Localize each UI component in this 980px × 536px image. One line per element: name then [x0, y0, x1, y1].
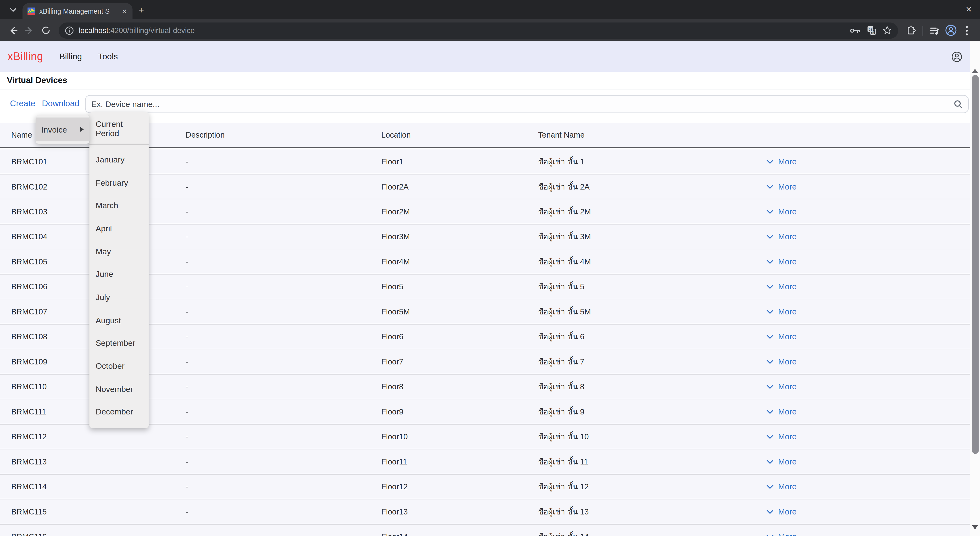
more-button[interactable]: More	[766, 175, 797, 199]
more-button[interactable]: More	[766, 499, 797, 524]
url-text: localhost:4200/billing/virtual-device	[79, 26, 844, 35]
nav-billing[interactable]: Billing	[59, 52, 82, 61]
device-location: Floor2A	[381, 175, 409, 199]
device-location: Floor4M	[381, 249, 410, 274]
device-location: Floor5M	[381, 299, 410, 324]
device-tenant: ชื่อผู้เช่า ชั้น 9	[538, 399, 584, 424]
more-button[interactable]: More	[766, 525, 797, 536]
profile-avatar-icon[interactable]	[942, 22, 959, 38]
more-label: More	[778, 157, 797, 166]
device-tenant: ชื่อผู้เช่า ชั้น 5M	[538, 299, 591, 324]
menu-item-february[interactable]: February	[89, 171, 149, 194]
account-circle-icon[interactable]	[951, 51, 963, 62]
browser-toolbar: localhost:4200/billing/virtual-device G文	[0, 19, 980, 41]
site-info-icon[interactable]	[65, 26, 74, 35]
kebab-menu-icon[interactable]	[959, 22, 975, 38]
device-name: BRMC106	[11, 274, 48, 299]
toolbar-divider	[923, 25, 923, 35]
more-button[interactable]: More	[766, 425, 797, 449]
device-location: Floor3M	[381, 224, 410, 249]
table-row: BRMC114 - Floor12 ชื่อผู้เช่า ชั้น 12 Mo…	[0, 474, 970, 499]
scroll-up-arrow-icon[interactable]	[972, 69, 978, 73]
device-description: -	[186, 474, 188, 499]
more-label: More	[778, 257, 797, 266]
device-name: BRMC101	[11, 150, 48, 174]
invoice-label: Invoice	[41, 125, 67, 134]
browser-tab-active[interactable]: xBilling Management S ✕	[22, 3, 132, 19]
reload-icon[interactable]	[38, 22, 54, 38]
device-name: BRMC112	[11, 425, 47, 449]
translate-icon[interactable]: G文	[867, 25, 876, 35]
chevron-down-icon	[766, 309, 774, 314]
more-button[interactable]: More	[766, 299, 797, 324]
scrollbar[interactable]	[970, 41, 980, 536]
app-brand[interactable]: xBilling	[7, 50, 43, 63]
menu-item-current-period[interactable]: Current Period	[89, 116, 149, 141]
menu-item-invoice[interactable]: Invoice	[36, 118, 89, 141]
title-bar: Virtual Devices	[0, 72, 970, 89]
device-description: -	[186, 274, 188, 299]
more-button[interactable]: More	[766, 199, 797, 224]
chevron-down-icon	[766, 159, 774, 164]
download-button[interactable]: Download	[42, 99, 80, 108]
more-label: More	[778, 282, 797, 291]
menu-item-september[interactable]: September	[89, 332, 149, 355]
more-button[interactable]: More	[766, 224, 797, 249]
new-tab-button[interactable]: +	[136, 5, 146, 15]
extensions-puzzle-icon[interactable]	[903, 22, 920, 38]
device-description: -	[186, 150, 188, 174]
more-label: More	[778, 507, 797, 516]
device-description: -	[186, 249, 188, 274]
device-name: BRMC105	[11, 249, 48, 274]
menu-item-january[interactable]: January	[89, 148, 149, 171]
more-button[interactable]: More	[766, 249, 797, 274]
forward-icon[interactable]	[21, 22, 38, 38]
browser-tabstrip: xBilling Management S ✕ + ✕	[0, 0, 980, 19]
table-row: BRMC113 - Floor11 ชื่อผู้เช่า ชั้น 11 Mo…	[0, 449, 970, 474]
more-button[interactable]: More	[766, 449, 797, 474]
more-button[interactable]: More	[766, 349, 797, 374]
more-label: More	[778, 332, 797, 341]
device-description: -	[186, 499, 188, 524]
tab-search-chevron-icon[interactable]	[9, 6, 18, 14]
create-button[interactable]: Create	[10, 99, 35, 108]
password-key-icon[interactable]	[850, 27, 861, 34]
menu-separator	[89, 144, 149, 145]
window-close-icon[interactable]: ✕	[964, 4, 974, 14]
menu-item-april[interactable]: April	[89, 217, 149, 240]
search-icon[interactable]	[953, 99, 963, 109]
menu-item-november[interactable]: November	[89, 377, 149, 400]
menu-item-august[interactable]: August	[89, 309, 149, 332]
scrollbar-thumb[interactable]	[972, 75, 978, 454]
chevron-down-icon	[766, 209, 774, 214]
more-label: More	[778, 407, 797, 416]
more-button[interactable]: More	[766, 399, 797, 424]
more-button[interactable]: More	[766, 374, 797, 399]
chevron-down-icon	[766, 534, 774, 536]
more-button[interactable]: More	[766, 474, 797, 499]
menu-item-june[interactable]: June	[89, 263, 149, 286]
device-name: BRMC111	[11, 399, 46, 424]
back-icon[interactable]	[5, 22, 21, 38]
playlist-media-icon[interactable]	[926, 22, 942, 38]
device-description: -	[186, 449, 188, 474]
bookmark-star-icon[interactable]	[882, 25, 892, 35]
menu-item-july[interactable]: July	[89, 286, 149, 309]
device-description: -	[186, 224, 188, 249]
more-label: More	[778, 307, 797, 317]
more-button[interactable]: More	[766, 150, 797, 174]
menu-item-may[interactable]: May	[89, 240, 149, 263]
url-bar[interactable]: localhost:4200/billing/virtual-device G文	[59, 22, 898, 38]
more-button[interactable]: More	[766, 274, 797, 299]
more-button[interactable]: More	[766, 324, 797, 349]
scroll-down-arrow-icon[interactable]	[972, 525, 978, 529]
more-label: More	[778, 232, 797, 241]
device-name: BRMC107	[11, 299, 48, 324]
menu-item-march[interactable]: March	[89, 194, 149, 217]
menu-item-october[interactable]: October	[89, 355, 149, 378]
menu-item-december[interactable]: December	[89, 400, 149, 423]
nav-tools[interactable]: Tools	[98, 52, 118, 61]
tab-close-icon[interactable]: ✕	[120, 7, 129, 16]
search-input[interactable]	[86, 96, 968, 113]
page-title: Virtual Devices	[7, 76, 67, 85]
